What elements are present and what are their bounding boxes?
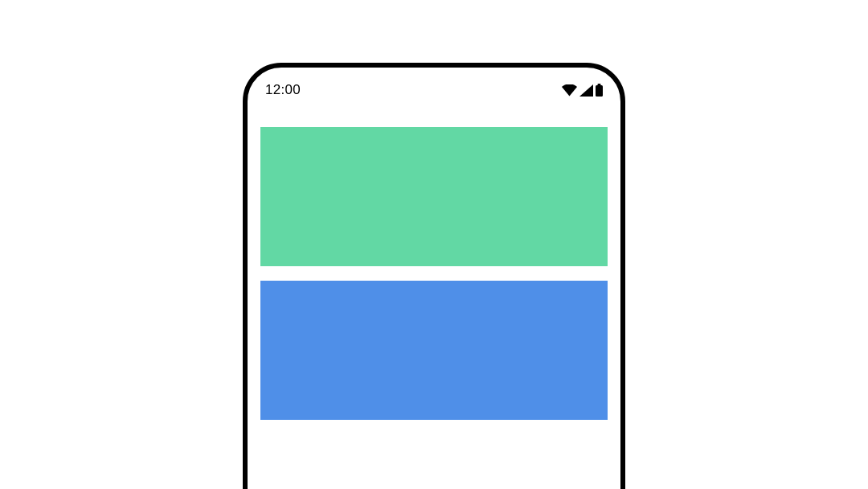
status-icons xyxy=(562,84,603,97)
content-area xyxy=(248,103,620,420)
status-time: 12:00 xyxy=(265,82,301,98)
wifi-icon xyxy=(562,84,577,97)
blue-block xyxy=(260,281,608,420)
svg-rect-0 xyxy=(596,85,603,97)
phone-frame: 12:00 xyxy=(243,63,625,489)
status-bar: 12:00 xyxy=(248,68,620,103)
signal-icon xyxy=(579,84,593,97)
svg-rect-1 xyxy=(598,84,601,86)
battery-icon xyxy=(596,84,603,97)
green-block xyxy=(260,127,608,266)
